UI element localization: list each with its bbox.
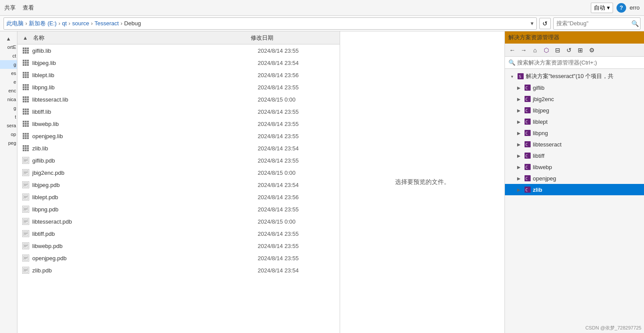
file-row[interactable]: libjpeg.pdb2024/8/14 23:54 xyxy=(17,179,340,191)
breadcrumb-item-thispc[interactable]: 此电脑 xyxy=(7,20,24,27)
lib-file-icon xyxy=(21,121,31,127)
breadcrumb-item-debug[interactable]: Debug xyxy=(124,20,141,27)
refresh-button[interactable]: ↺ xyxy=(539,18,551,29)
sidebar-item-orte[interactable]: ortE xyxy=(0,43,17,51)
list-scroll-up-icon[interactable]: ▲ xyxy=(21,35,30,41)
tree-item-jbig2enc[interactable]: ▶ C jbig2enc xyxy=(505,93,644,105)
tree-item-libtesseract[interactable]: ▶ C libtesseract xyxy=(505,139,644,150)
pdb-file-icon xyxy=(21,218,31,225)
file-row[interactable]: libtesseract.pdb2024/8/15 0:00 xyxy=(17,215,340,228)
col-name-header[interactable]: 名称 xyxy=(30,34,251,42)
file-row[interactable]: libwebp.pdb2024/8/14 23:55 xyxy=(17,240,340,252)
back-button[interactable]: ← xyxy=(508,45,517,55)
tree-item-liblept[interactable]: ▶ C liblept xyxy=(505,116,644,127)
breadcrumb-dropdown-icon[interactable]: ▾ xyxy=(531,20,534,27)
breadcrumb-item-source[interactable]: source xyxy=(72,20,89,27)
refresh-tree-button[interactable]: ↺ xyxy=(564,45,574,55)
sidebar-scroll-up[interactable]: ▲ xyxy=(5,35,12,43)
sidebar-item-peg[interactable]: peg xyxy=(0,139,17,147)
breadcrumb[interactable]: 此电脑 › 新加卷 (E:) › qt › source › Tesseract… xyxy=(3,17,537,30)
tree-expand-icon[interactable]: ▶ xyxy=(515,108,522,113)
sidebar-item-es[interactable]: es xyxy=(0,69,17,78)
file-date: 2024/8/14 23:56 xyxy=(258,72,336,78)
tree-item-zlib[interactable]: ▶ C zlib xyxy=(505,184,644,195)
file-row[interactable]: libjpeg.lib2024/8/14 23:54 xyxy=(17,57,340,69)
sep1: › xyxy=(25,20,27,27)
pdb-file-icon xyxy=(21,255,31,262)
file-list-body[interactable]: giflib.lib2024/8/14 23:55 libjpeg.lib202… xyxy=(17,44,340,333)
tree-expand-icon[interactable]: ▶ xyxy=(515,142,522,147)
pdb-file-icon xyxy=(21,169,31,176)
share-menu[interactable]: 共享 xyxy=(4,4,16,12)
tree-root-solution[interactable]: ▾ S 解决方案"tesseract"(10 个项目，共 xyxy=(505,71,644,82)
sidebar-item-nica[interactable]: nica xyxy=(0,95,17,104)
sidebar-item-g[interactable]: g xyxy=(0,60,17,69)
sidebar-item-op[interactable]: op xyxy=(0,130,17,139)
file-row[interactable]: jbig2enc.pdb2024/8/15 0:00 xyxy=(17,166,340,179)
filter-button[interactable]: ⊟ xyxy=(553,45,562,55)
file-row[interactable]: libpng.pdb2024/8/14 23:55 xyxy=(17,203,340,215)
expand-button[interactable]: ⊞ xyxy=(576,45,585,55)
file-row[interactable]: giflib.lib2024/8/14 23:55 xyxy=(17,44,340,57)
tree-item-giflib[interactable]: ▶ C giflib xyxy=(505,82,644,93)
tree-item-libwebp[interactable]: ▶ C libwebp xyxy=(505,161,644,173)
help-button[interactable]: ? xyxy=(617,3,626,13)
sidebar-item-ct[interactable]: ct xyxy=(0,51,17,60)
tree-expand-icon[interactable]: ▶ xyxy=(515,187,522,192)
sidebar-item-t[interactable]: t xyxy=(0,112,17,121)
file-row[interactable]: libwebp.lib2024/8/14 23:55 xyxy=(17,118,340,130)
home-button[interactable]: ⌂ xyxy=(530,45,540,55)
tree-item-libtiff[interactable]: ▶ C libtiff xyxy=(505,150,644,161)
file-row[interactable]: giflib.pdb2024/8/14 23:55 xyxy=(17,154,340,166)
pdb-file-icon xyxy=(21,194,31,200)
tree-project-icon: C xyxy=(524,175,531,182)
search-input[interactable] xyxy=(556,20,630,27)
tree-expand-icon[interactable]: ▶ xyxy=(515,131,522,136)
file-row[interactable]: liblept.lib2024/8/14 23:56 xyxy=(17,69,340,81)
tree-expand-icon[interactable]: ▶ xyxy=(515,85,522,90)
file-date: 2024/8/14 23:54 xyxy=(258,267,336,274)
view-menu[interactable]: 查看 xyxy=(23,4,34,12)
expand-icon[interactable]: ▾ xyxy=(508,74,515,79)
sidebar-item-g2[interactable]: g xyxy=(0,104,17,112)
breadcrumb-item-tesseract[interactable]: Tesseract xyxy=(95,20,119,27)
tree-item-libpng[interactable]: ▶ C libpng xyxy=(505,127,644,139)
solution-explorer-header: 解决方案资源管理器 xyxy=(505,31,644,44)
forward-button[interactable]: → xyxy=(519,45,528,55)
vs-icon-button[interactable]: ⬡ xyxy=(542,45,551,55)
search-box[interactable]: 🔍 xyxy=(553,17,641,30)
tree-expand-icon[interactable]: ▶ xyxy=(515,153,522,158)
breadcrumb-item-drive[interactable]: 新加卷 (E:) xyxy=(29,20,57,27)
sidebar-item-sera[interactable]: sera xyxy=(0,121,17,130)
file-row[interactable]: libpng.lib2024/8/14 23:55 xyxy=(17,81,340,93)
tree-expand-icon[interactable]: ▶ xyxy=(515,176,522,181)
file-row[interactable]: zlib.pdb2024/8/14 23:54 xyxy=(17,264,340,276)
file-row[interactable]: openjpeg.lib2024/8/14 23:55 xyxy=(17,130,340,142)
sidebar-item-e[interactable]: e xyxy=(0,78,17,86)
tree-item-openjpeg[interactable]: ▶ C openjpeg xyxy=(505,173,644,184)
file-date: 2024/8/14 23:55 xyxy=(258,48,336,54)
file-row[interactable]: libtesseract.lib2024/8/15 0:00 xyxy=(17,93,340,105)
file-row[interactable]: liblept.pdb2024/8/14 23:56 xyxy=(17,191,340,203)
tree-item-label: zlib xyxy=(533,187,542,193)
file-row[interactable]: libtiff.pdb2024/8/14 23:55 xyxy=(17,228,340,240)
file-row[interactable]: openjpeg.pdb2024/8/14 23:55 xyxy=(17,252,340,264)
settings-button[interactable]: ⚙ xyxy=(587,45,596,55)
file-row[interactable]: libtiff.lib2024/8/14 23:55 xyxy=(17,105,340,118)
search-icon[interactable]: 🔍 xyxy=(631,20,639,27)
file-date: 2024/8/14 23:55 xyxy=(258,121,336,127)
tree-expand-icon[interactable]: ▶ xyxy=(515,165,522,170)
file-row[interactable]: zlib.lib2024/8/14 23:54 xyxy=(17,142,340,154)
search-solution-bar[interactable]: 🔍 搜索解决方案资源管理器(Ctrl+;) xyxy=(505,57,644,69)
col-date-header[interactable]: 修改日期 xyxy=(251,34,329,42)
breadcrumb-item-qt[interactable]: qt xyxy=(62,20,67,27)
svg-text:S: S xyxy=(519,75,521,79)
sidebar-item-enc[interactable]: enc xyxy=(0,86,17,95)
pdb-file-icon xyxy=(21,230,31,237)
tree-expand-icon[interactable]: ▶ xyxy=(515,119,522,124)
solution-tree[interactable]: ▾ S 解决方案"tesseract"(10 个项目，共 ▶ C giflib▶… xyxy=(505,69,644,323)
grid-icon xyxy=(23,145,29,151)
tree-item-libjpeg[interactable]: ▶ C libjpeg xyxy=(505,105,644,116)
tree-expand-icon[interactable]: ▶ xyxy=(515,97,522,102)
auto-dropdown[interactable]: 自动 ▾ xyxy=(591,3,613,13)
